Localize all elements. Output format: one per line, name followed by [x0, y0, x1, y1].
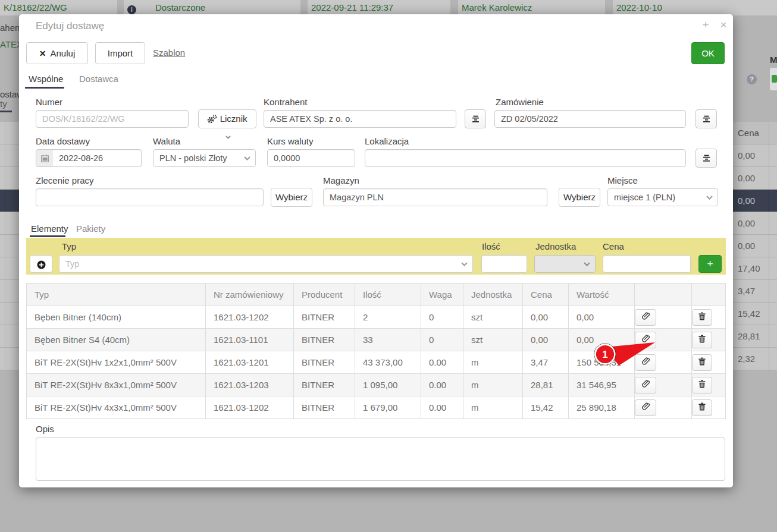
pick-kontrahent-button[interactable] [465, 109, 486, 128]
bg-row [0, 167, 19, 190]
chevron-down-icon [461, 262, 468, 266]
cell-delete [692, 396, 726, 419]
tab-dostawca[interactable]: Dostawca [79, 74, 118, 84]
link-order-button[interactable] [635, 354, 656, 371]
zamowienie-label: Zamówienie [496, 97, 544, 107]
cell: 28,81 [523, 374, 569, 396]
data-dostawy-label: Data dostawy [36, 136, 90, 146]
cell: 43 373,00 [355, 351, 421, 374]
ok-button[interactable]: OK [691, 42, 725, 64]
cell: 150 504,31 [569, 351, 635, 374]
delete-row-button[interactable] [692, 354, 712, 371]
bg-cena-value: 0,00 [733, 212, 777, 235]
cell: m [463, 374, 523, 396]
bg-fragment: M [770, 55, 777, 65]
pick-lokalizacja-button[interactable] [695, 149, 717, 168]
bg-cena-value: 2,32 [733, 348, 777, 370]
paperclip-icon [641, 312, 650, 320]
bg-cena-value: 0,00 [733, 167, 777, 190]
list-icon [703, 155, 710, 162]
zamowienie-input[interactable] [494, 110, 686, 128]
table-row: BiT RE-2X(St)Hv 4x3x1,0mm² 500V1621.03-1… [27, 396, 726, 419]
bg-cell-person: Marek Karolewicz [458, 0, 605, 15]
cell: BITNER [294, 306, 355, 329]
miejsce-select[interactable]: miejsce 1 (PLN) [607, 188, 718, 206]
bg-cena-value-selected: 0,00 [733, 190, 777, 212]
bg-cena-value: 0,00 [733, 144, 777, 167]
add-ilosc-input[interactable] [481, 255, 527, 273]
link-order-button[interactable] [635, 399, 656, 416]
licznik-button[interactable]: Licznik [198, 109, 256, 128]
cell: 1621.03-1203 [206, 374, 294, 396]
add-cena-input[interactable] [603, 255, 691, 273]
miejsce-label: Miejsce [607, 175, 638, 185]
waluta-select[interactable]: PLN - polski Złoty [153, 149, 256, 167]
table-row: Bęben Bitner (140cm)1621.03-1202BITNER20… [27, 306, 726, 329]
col-delete [692, 284, 726, 306]
magazyn-input[interactable] [323, 188, 547, 206]
kontrahent-input[interactable] [264, 110, 456, 128]
delete-row-button[interactable] [692, 332, 712, 348]
import-button[interactable]: Import [95, 42, 145, 64]
cell: 3,47 [523, 351, 569, 374]
delete-row-button[interactable] [692, 399, 712, 416]
bg-row [0, 303, 19, 325]
data-dostawy-input[interactable] [53, 149, 142, 167]
cell: BITNER [294, 329, 355, 351]
cell: 25 890,18 [569, 396, 635, 419]
cell: 15,42 [523, 396, 569, 419]
cell: m [463, 351, 523, 374]
dialog-title: Edytuj dostawę [36, 20, 104, 32]
bg-cena-value: 15,42 [733, 303, 777, 325]
cell-delete [692, 306, 726, 329]
tab-elementy[interactable]: Elementy [31, 223, 68, 234]
lokalizacja-label: Lokalizacja [365, 136, 409, 146]
kurs-waluty-input[interactable] [267, 149, 355, 167]
excel-icon [772, 75, 777, 83]
lokalizacja-input[interactable] [365, 149, 686, 167]
template-link[interactable]: Szablon [153, 48, 185, 58]
cell: 33 [355, 329, 421, 351]
bg-cena-value: 17,40 [733, 257, 777, 280]
add-typ-combobox[interactable]: Typ [59, 255, 473, 273]
col-typ: Typ [27, 284, 206, 306]
add-item-button[interactable]: + [698, 255, 722, 273]
close-icon[interactable]: × [716, 18, 731, 32]
numer-label: Numer [36, 97, 62, 107]
delete-row-button[interactable] [692, 377, 712, 394]
cell: 1 679,00 [355, 396, 421, 419]
table-row: BiT RE-2X(St)Hv 1x2x1,0mm² 500V1621.03-1… [27, 351, 726, 374]
trash-icon [698, 312, 706, 320]
pick-zamowienie-button[interactable] [695, 109, 717, 128]
cell-delete [692, 374, 726, 396]
delete-row-button[interactable] [692, 309, 712, 326]
link-order-button[interactable] [635, 377, 656, 394]
help-icon[interactable]: ? [747, 74, 757, 84]
expand-add-button[interactable] [30, 255, 52, 273]
maximize-icon[interactable]: + [698, 18, 713, 32]
col-link [635, 284, 692, 306]
cell: 1621.03-1202 [206, 396, 294, 419]
cancel-button[interactable]: ✕Anuluj [26, 42, 88, 64]
tab-pakiety[interactable]: Pakiety [76, 223, 105, 234]
table-header-row: Typ Nr zamówieniowy Producent Ilość Waga… [27, 284, 726, 306]
link-order-button[interactable] [635, 309, 656, 326]
bg-active-tab-bar [0, 111, 12, 112]
numer-input[interactable] [36, 110, 189, 128]
zlecenie-pracy-input[interactable] [36, 188, 264, 206]
cell-link [635, 396, 692, 419]
add-jednostka-select[interactable] [534, 255, 596, 273]
trash-icon [698, 402, 706, 411]
tab-wspolne[interactable]: Wspólne [29, 74, 63, 84]
calendar-addon[interactable] [36, 149, 54, 167]
cell: BiT RE-2X(St)Hv 8x3x1,0mm² 500V [27, 374, 206, 396]
cell: szt [463, 329, 523, 351]
opis-textarea[interactable] [36, 437, 725, 481]
kurs-waluty-label: Kurs waluty [267, 136, 314, 146]
wybierz-zlecenie-button[interactable]: Wybierz [271, 188, 312, 207]
wybierz-magazyn-button[interactable]: Wybierz [559, 188, 600, 207]
link-order-button[interactable] [635, 332, 656, 348]
gears-icon [207, 115, 217, 124]
table-row: BiT RE-2X(St)Hv 8x3x1,0mm² 500V1621.03-1… [27, 374, 726, 396]
cell-delete [692, 351, 726, 374]
